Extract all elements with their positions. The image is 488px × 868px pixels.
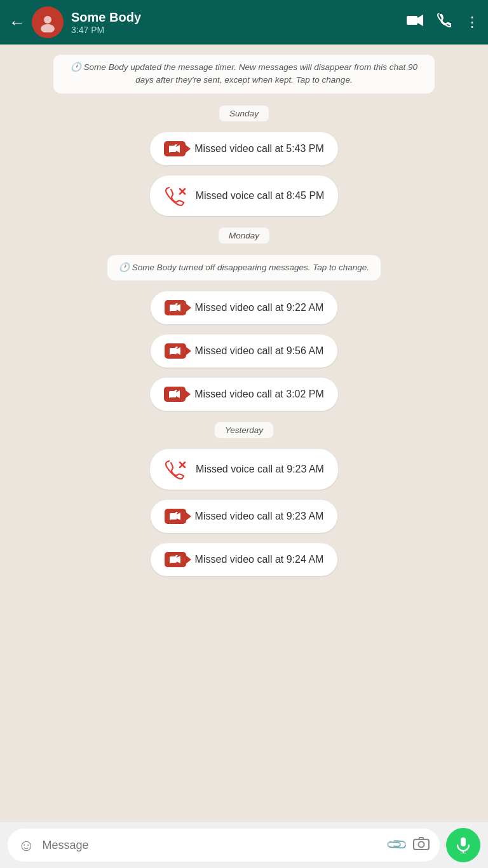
contact-status: 3:47 PM (71, 25, 407, 35)
call-text: Missed video call at 9:24 AM (195, 554, 324, 565)
svg-rect-28 (461, 837, 466, 846)
chat-messages: 🕐 Some Body updated the message timer. N… (0, 45, 488, 822)
emoji-button[interactable]: ☺ (18, 836, 35, 855)
call-notification-monday-video-922[interactable]: Missed video call at 9:22 AM (151, 291, 338, 324)
missed-video-call-icon (165, 552, 186, 567)
svg-marker-10 (177, 304, 180, 312)
call-text: Missed video call at 9:56 AM (195, 345, 324, 357)
svg-marker-13 (177, 347, 180, 355)
call-text: Missed voice call at 9:23 AM (196, 464, 324, 475)
missed-video-call-icon (165, 509, 186, 524)
day-label-sunday: Sunday (219, 107, 269, 119)
message-input[interactable] (43, 839, 381, 852)
call-text: Missed video call at 9:22 AM (195, 302, 324, 313)
call-notification-yesterday-voice-923[interactable]: Missed voice call at 9:23 AM (150, 449, 338, 490)
missed-video-call-icon (165, 343, 186, 359)
contact-info[interactable]: Some Body 3:47 PM (71, 10, 407, 35)
chat-header: ← Some Body 3:47 PM ⋮ (0, 0, 488, 45)
call-notification-monday-video-302[interactable]: Missed video call at 3:02 PM (150, 378, 338, 411)
day-label-yesterday: Yesterday (215, 424, 273, 436)
call-notification-monday-video-956[interactable]: Missed video call at 9:56 AM (151, 334, 338, 368)
svg-marker-5 (176, 145, 180, 153)
svg-marker-24 (177, 556, 180, 563)
call-notification-sunday-video-543[interactable]: Missed video call at 5:43 PM (150, 132, 338, 165)
message-input-bar: ☺ 📎 (0, 822, 488, 868)
svg-marker-21 (177, 513, 180, 520)
svg-point-1 (41, 24, 55, 32)
message-input-container: ☺ 📎 (8, 829, 440, 862)
mic-button[interactable] (446, 828, 480, 862)
svg-point-0 (44, 16, 51, 24)
avatar[interactable] (32, 6, 64, 38)
video-call-button[interactable] (407, 14, 423, 31)
back-button[interactable]: ← (9, 13, 25, 32)
attach-button[interactable]: 📎 (385, 833, 409, 857)
missed-video-call-icon (165, 300, 186, 315)
svg-marker-3 (417, 15, 423, 26)
call-notification-yesterday-video-924[interactable]: Missed video call at 9:24 AM (151, 543, 338, 576)
svg-point-27 (419, 842, 424, 848)
more-options-button[interactable]: ⋮ (465, 14, 479, 31)
svg-rect-26 (414, 839, 429, 850)
contact-name: Some Body (71, 10, 407, 25)
day-label-monday: Monday (219, 230, 269, 241)
svg-rect-2 (407, 16, 417, 25)
camera-button[interactable] (413, 836, 430, 854)
call-text: Missed video call at 5:43 PM (194, 143, 324, 155)
missed-voice-call-icon (164, 184, 187, 207)
call-notification-yesterday-video-923[interactable]: Missed video call at 9:23 AM (151, 500, 338, 533)
voice-call-button[interactable] (437, 13, 451, 31)
missed-video-call-icon (164, 141, 186, 156)
call-text: Missed voice call at 8:45 PM (196, 190, 325, 202)
svg-marker-16 (176, 390, 180, 398)
system-message-timer[interactable]: 🕐 Some Body updated the message timer. N… (53, 55, 435, 93)
missed-voice-call-icon (164, 458, 187, 481)
missed-video-call-icon (164, 387, 186, 402)
system-message-turnoff[interactable]: 🕐 Some Body turned off disappearing mess… (107, 255, 381, 280)
call-notification-sunday-voice-845[interactable]: Missed voice call at 8:45 PM (150, 176, 339, 216)
call-text: Missed video call at 3:02 PM (194, 389, 324, 400)
call-text: Missed video call at 9:23 AM (195, 511, 324, 522)
header-actions: ⋮ (407, 13, 479, 31)
